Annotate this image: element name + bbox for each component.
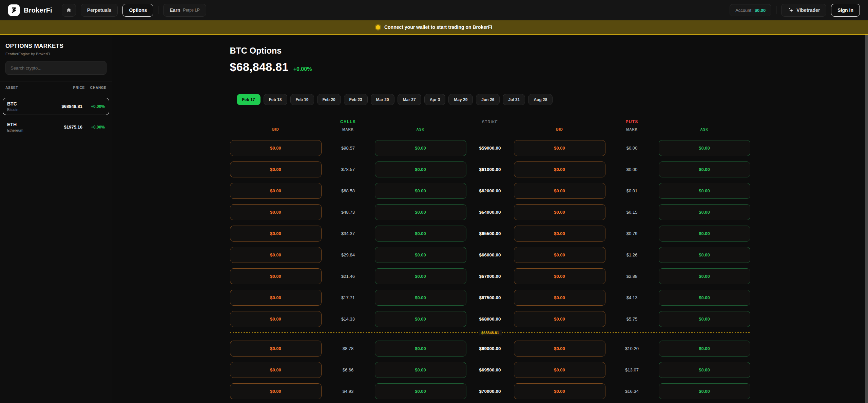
put-ask-button[interactable]: $0.00	[659, 226, 750, 242]
call-ask-button[interactable]: $0.00	[375, 268, 466, 284]
put-bid-button[interactable]: $0.00	[514, 341, 605, 357]
expiry-tab-feb-19[interactable]: Feb 19	[290, 94, 314, 105]
vertical-scrollbar[interactable]	[865, 35, 868, 403]
strike-header: STRIKE	[466, 120, 514, 124]
chain-group-header: CALLS STRIKE PUTS	[230, 119, 751, 124]
put-ask-button[interactable]: $0.00	[659, 383, 750, 399]
put-bid-button[interactable]: $0.00	[514, 311, 605, 327]
put-ask-button[interactable]: $0.00	[659, 140, 750, 156]
call-bid-button[interactable]: $0.00	[230, 183, 322, 199]
put-bid-button[interactable]: $0.00	[514, 183, 605, 199]
nav-perpetuals[interactable]: Perpetuals	[81, 4, 118, 17]
expiry-tab-feb-20[interactable]: Feb 20	[317, 94, 341, 105]
put-bid-button[interactable]: $0.00	[514, 247, 605, 263]
expiry-tab-may-29[interactable]: May 29	[448, 94, 473, 105]
strike-value: $64000.00	[466, 210, 514, 215]
asset-symbol: BTC	[7, 101, 50, 107]
call-ask-button[interactable]: $0.00	[375, 290, 466, 306]
call-ask-button[interactable]: $0.00	[375, 183, 466, 199]
put-ask-button[interactable]: $0.00	[659, 341, 750, 357]
calls-ask-header: ASK	[375, 128, 466, 131]
put-ask-button[interactable]: $0.00	[659, 311, 750, 327]
strike-value: $65500.00	[466, 231, 514, 236]
call-ask-button[interactable]: $0.00	[375, 226, 466, 242]
expiry-tab-jul-31[interactable]: Jul 31	[503, 94, 525, 105]
call-bid-button[interactable]: $0.00	[230, 290, 322, 306]
put-mark-value: $0.01	[605, 188, 659, 193]
call-bid-button[interactable]: $0.00	[230, 247, 322, 263]
column-asset: ASSET	[5, 86, 54, 90]
put-mark-value: $2.88	[605, 274, 659, 279]
asset-price: $1975.16	[50, 124, 82, 130]
search-crypto-input[interactable]	[5, 61, 107, 75]
chain-rows: $0.00 $98.57 $0.00 $59000.00 $0.00 $0.00…	[230, 140, 751, 399]
chain-row: $0.00 $14.33 $0.00 $68000.00 $0.00 $5.75…	[230, 311, 751, 327]
call-bid-button[interactable]: $0.00	[230, 362, 322, 378]
expiry-tab-jun-26[interactable]: Jun 26	[476, 94, 500, 105]
call-ask-button[interactable]: $0.00	[375, 204, 466, 220]
call-bid-button[interactable]: $0.00	[230, 311, 322, 327]
account-balance-chip[interactable]: Account: $0.00	[730, 4, 771, 16]
calls-bid-header: BID	[230, 128, 322, 131]
page-title: BTC Options	[230, 35, 751, 56]
nav-options[interactable]: Options	[122, 4, 153, 17]
spot-price-marker-label: $68848.81	[479, 330, 502, 335]
nav-earn-badge: Perps LP	[183, 8, 199, 13]
call-bid-button[interactable]: $0.00	[230, 204, 322, 220]
brokerfi-logo-icon[interactable]	[8, 4, 20, 16]
put-bid-button[interactable]: $0.00	[514, 290, 605, 306]
nav-options-label: Options	[129, 7, 147, 13]
put-ask-button[interactable]: $0.00	[659, 362, 750, 378]
put-bid-button[interactable]: $0.00	[514, 140, 605, 156]
call-ask-button[interactable]: $0.00	[375, 161, 466, 177]
put-ask-button[interactable]: $0.00	[659, 247, 750, 263]
strike-value: $62000.00	[466, 188, 514, 193]
put-bid-button[interactable]: $0.00	[514, 383, 605, 399]
put-bid-button[interactable]: $0.00	[514, 226, 605, 242]
put-bid-button[interactable]: $0.00	[514, 268, 605, 284]
column-price: PRICE	[54, 86, 85, 90]
call-bid-button[interactable]: $0.00	[230, 161, 322, 177]
sidebar-title: OPTIONS MARKETS	[5, 43, 107, 50]
call-bid-button[interactable]: $0.00	[230, 226, 322, 242]
call-ask-button[interactable]: $0.00	[375, 383, 466, 399]
expiry-tab-apr-3[interactable]: Apr 3	[424, 94, 446, 105]
vibetrader-button[interactable]: Vibetrader	[781, 4, 826, 17]
call-bid-button[interactable]: $0.00	[230, 268, 322, 284]
home-button[interactable]	[62, 4, 76, 17]
call-ask-button[interactable]: $0.00	[375, 140, 466, 156]
asset-identity: BTC Bitcoin	[7, 101, 50, 112]
put-ask-button[interactable]: $0.00	[659, 183, 750, 199]
asset-row-eth[interactable]: ETH Ethereum $1975.16 +0.00%	[3, 118, 109, 136]
nav-earn[interactable]: Earn Perps LP	[163, 4, 206, 17]
expiry-tab-mar-27[interactable]: Mar 27	[398, 94, 421, 105]
call-mark-value: $34.37	[322, 231, 375, 236]
call-ask-button[interactable]: $0.00	[375, 362, 466, 378]
call-bid-button[interactable]: $0.00	[230, 383, 322, 399]
call-ask-button[interactable]: $0.00	[375, 341, 466, 357]
call-ask-button[interactable]: $0.00	[375, 247, 466, 263]
sign-in-button[interactable]: Sign In	[831, 4, 860, 17]
put-bid-button[interactable]: $0.00	[514, 161, 605, 177]
call-bid-button[interactable]: $0.00	[230, 140, 322, 156]
spot-price: $68,848.81	[230, 60, 289, 74]
put-ask-button[interactable]: $0.00	[659, 161, 750, 177]
put-mark-value: $5.75	[605, 316, 659, 322]
put-ask-button[interactable]: $0.00	[659, 290, 750, 306]
expiry-tab-mar-20[interactable]: Mar 20	[371, 94, 394, 105]
call-ask-button[interactable]: $0.00	[375, 311, 466, 327]
asset-symbol: ETH	[7, 122, 50, 127]
chain-row: $0.00 $21.46 $0.00 $67000.00 $0.00 $2.88…	[230, 268, 751, 284]
put-ask-button[interactable]: $0.00	[659, 268, 750, 284]
expiry-tab-feb-23[interactable]: Feb 23	[344, 94, 368, 105]
asset-row-btc[interactable]: BTC Bitcoin $68848.81 +0.00%	[3, 98, 109, 115]
strike-value: $67500.00	[466, 295, 514, 300]
put-bid-button[interactable]: $0.00	[514, 204, 605, 220]
expiry-tab-feb-17[interactable]: Feb 17	[237, 94, 261, 105]
expiry-tab-feb-18[interactable]: Feb 18	[264, 94, 287, 105]
options-main-panel: BTC Options $68,848.81 +0.00% Feb 17Feb …	[112, 35, 868, 403]
call-bid-button[interactable]: $0.00	[230, 341, 322, 357]
expiry-tab-aug-28[interactable]: Aug 28	[528, 94, 553, 105]
put-bid-button[interactable]: $0.00	[514, 362, 605, 378]
put-ask-button[interactable]: $0.00	[659, 204, 750, 220]
